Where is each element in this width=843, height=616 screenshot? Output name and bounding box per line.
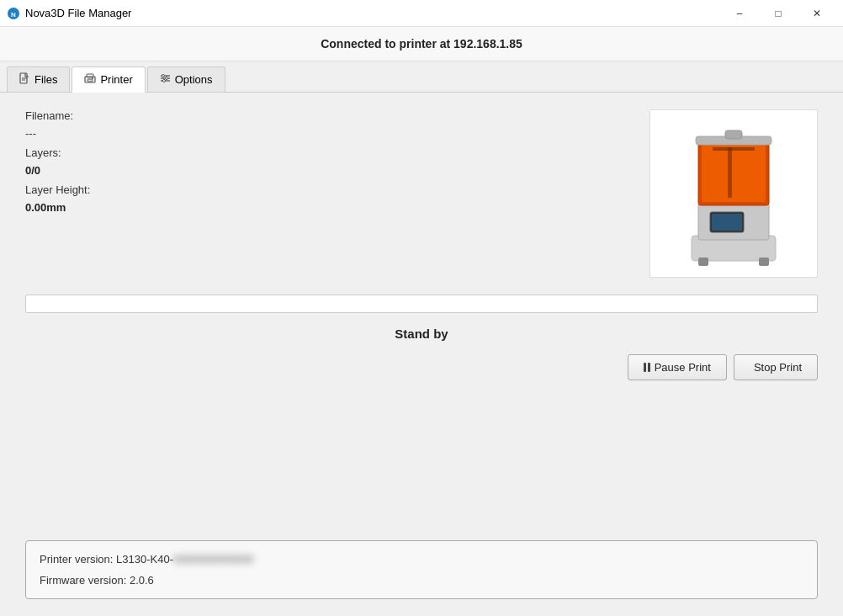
layer-height-value: 0.00mm	[25, 201, 66, 214]
svg-point-8	[92, 77, 93, 79]
filename-value: ---	[25, 127, 633, 140]
svg-rect-23	[713, 147, 755, 151]
svg-rect-22	[702, 145, 766, 202]
status-text: Stand by	[25, 327, 818, 341]
file-icon	[19, 72, 30, 87]
printer-version-line: Printer version: L3130-K40-XXXXXXXXXXX	[40, 553, 803, 566]
tab-options[interactable]: Options	[147, 66, 225, 92]
connection-status: Connected to printer at 192.168.1.85	[321, 37, 522, 50]
stop-print-label: Stop Print	[754, 361, 802, 374]
printer-version-label: Printer version: L3130-K40-	[40, 553, 173, 566]
layers-value-row: 0/0	[25, 164, 633, 177]
minimize-button[interactable]: –	[720, 0, 759, 27]
firmware-version-line: Firmware version: 2.0.6	[40, 574, 803, 587]
app-title: Nova3D File Manager	[25, 7, 131, 19]
printer-section: Filename: --- Layers: 0/0 Layer Height: …	[25, 109, 818, 278]
layers-label: Layers:	[25, 146, 61, 159]
progress-section	[25, 295, 818, 313]
progress-bar-container	[25, 295, 818, 313]
maximize-button[interactable]: □	[759, 0, 798, 27]
printer-info: Filename: --- Layers: 0/0 Layer Height: …	[25, 109, 633, 278]
svg-rect-16	[698, 258, 708, 266]
title-bar: N Nova3D File Manager – □ ✕	[0, 0, 843, 27]
printer-illustration	[666, 118, 801, 269]
svg-rect-24	[728, 147, 732, 198]
info-box: Printer version: L3130-K40-XXXXXXXXXXX F…	[25, 540, 818, 599]
pause-print-label: Pause Print	[655, 361, 711, 374]
pause-print-button[interactable]: Pause Print	[628, 354, 727, 380]
svg-point-13	[165, 77, 167, 80]
tab-printer-label: Printer	[100, 73, 132, 86]
firmware-version-label: Firmware version: 2.0.6	[40, 574, 154, 587]
printer-tab-icon	[84, 73, 96, 86]
title-bar-left: N Nova3D File Manager	[7, 7, 131, 20]
printer-version-blurred: XXXXXXXXXXX	[173, 553, 253, 566]
options-icon	[160, 73, 171, 86]
layers-row: Layers:	[25, 146, 633, 159]
action-buttons: Pause Print Stop Print	[25, 354, 818, 380]
close-button[interactable]: ✕	[798, 0, 836, 27]
pause-icon	[644, 363, 650, 372]
svg-text:N: N	[11, 11, 16, 19]
layer-height-row: Layer Height:	[25, 183, 633, 196]
filename-row: Filename:	[25, 109, 633, 122]
main-content: Filename: --- Layers: 0/0 Layer Height: …	[0, 93, 843, 616]
svg-rect-17	[759, 258, 769, 266]
layer-height-label: Layer Height:	[25, 183, 90, 196]
stop-print-button[interactable]: Stop Print	[734, 354, 818, 380]
svg-rect-26	[725, 130, 742, 139]
tab-files[interactable]: Files	[7, 66, 70, 92]
svg-point-12	[162, 75, 164, 77]
header: Connected to printer at 192.168.1.85	[0, 27, 843, 61]
layer-height-value-row: 0.00mm	[25, 201, 633, 214]
tab-options-label: Options	[175, 73, 213, 86]
title-bar-controls: – □ ✕	[720, 0, 836, 27]
app-icon: N	[7, 7, 20, 20]
printer-image-container	[649, 109, 818, 278]
svg-point-14	[162, 80, 165, 82]
svg-rect-7	[87, 79, 93, 82]
layers-value: 0/0	[25, 164, 40, 177]
svg-rect-20	[712, 214, 742, 231]
tab-files-label: Files	[34, 73, 57, 86]
tab-printer[interactable]: Printer	[72, 66, 145, 93]
tabs-bar: Files Printer Options	[0, 61, 843, 93]
filename-label: Filename:	[25, 109, 73, 122]
